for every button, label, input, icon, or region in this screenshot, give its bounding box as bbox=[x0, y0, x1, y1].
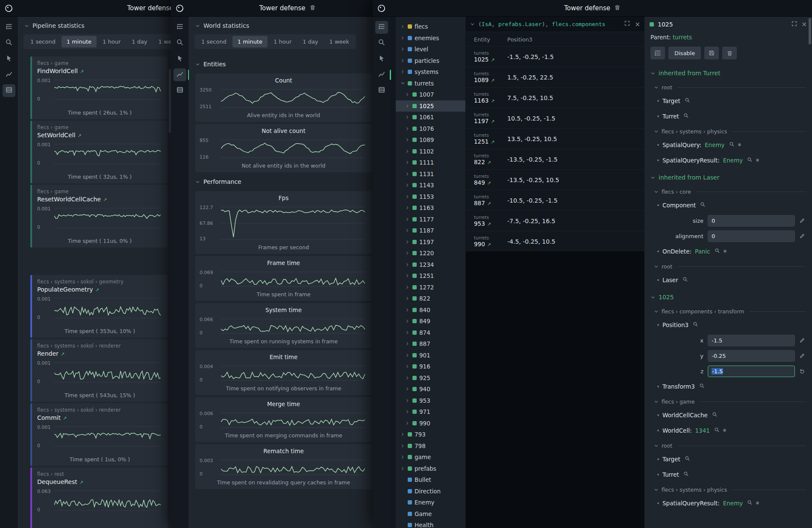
expand-icon[interactable] bbox=[405, 330, 410, 335]
tree-item-game[interactable]: game bbox=[396, 451, 465, 463]
expand-icon[interactable] bbox=[405, 398, 410, 403]
expand-icon[interactable] bbox=[405, 228, 410, 233]
magnifier-icon[interactable] bbox=[693, 322, 698, 328]
expand-icon[interactable] bbox=[405, 251, 410, 255]
value-input-y[interactable] bbox=[708, 350, 795, 362]
time-range-button[interactable]: 1 hour bbox=[97, 36, 126, 47]
tree-item-systems[interactable]: systems bbox=[396, 66, 465, 78]
system-link[interactable]: PopulateGeometry↗ bbox=[37, 286, 162, 293]
component-group-header[interactable]: flecs › game bbox=[644, 394, 812, 407]
tree-item-1143[interactable]: 1143 bbox=[396, 180, 465, 191]
tree-item-793[interactable]: 793 bbox=[396, 429, 465, 440]
expand-icon[interactable] bbox=[405, 308, 410, 312]
magnifier-icon[interactable] bbox=[700, 202, 706, 209]
tree-item-1025[interactable]: 1025 bbox=[396, 100, 465, 112]
system-link[interactable]: DequeueRest↗ bbox=[37, 478, 162, 485]
expand-icon[interactable] bbox=[405, 421, 410, 425]
magnifier-icon[interactable] bbox=[683, 113, 689, 120]
sidebar-select-entity-icon[interactable] bbox=[3, 53, 15, 65]
component-value-link[interactable]: Enemy bbox=[723, 500, 743, 507]
entity-link[interactable]: 953↗ bbox=[474, 220, 507, 227]
query-result-row[interactable]: turrets1163↗7.5, -0.25, 10.5 bbox=[466, 87, 644, 108]
component-item[interactable]: Transform3 bbox=[644, 379, 812, 394]
component-group-header[interactable]: root bbox=[644, 80, 812, 93]
panel-header[interactable]: World statistics bbox=[189, 17, 376, 33]
sidebar-search-icon[interactable] bbox=[375, 37, 388, 50]
tree-item-Health[interactable]: Health bbox=[396, 519, 465, 528]
magnifier-icon[interactable] bbox=[712, 412, 718, 419]
entity-link[interactable]: 1197↗ bbox=[474, 118, 507, 124]
time-range-button[interactable]: 1 hour bbox=[268, 36, 297, 47]
sidebar-search-icon[interactable] bbox=[3, 37, 15, 50]
scrollbar-thumb[interactable] bbox=[809, 18, 811, 44]
component-item[interactable]: Target bbox=[644, 451, 812, 467]
tree-item-1153[interactable]: 1153 bbox=[396, 191, 465, 203]
entity-link[interactable]: 1251↗ bbox=[474, 138, 507, 145]
expand-icon[interactable] bbox=[405, 127, 410, 131]
expand-icon[interactable] bbox=[400, 24, 405, 29]
tree-item-874[interactable]: 874 bbox=[396, 327, 465, 339]
expand-icon[interactable] bbox=[405, 376, 410, 380]
expand-icon[interactable] bbox=[791, 21, 797, 29]
sidebar-chart-view-icon[interactable] bbox=[375, 68, 388, 81]
collapse-icon[interactable] bbox=[400, 81, 405, 86]
value-input-x[interactable] bbox=[708, 335, 795, 346]
tree-item-turrets[interactable]: turrets bbox=[396, 78, 465, 89]
entity-link[interactable]: 1163↗ bbox=[474, 97, 507, 104]
tree-item-1272[interactable]: 1272 bbox=[396, 282, 465, 293]
expand-icon[interactable] bbox=[405, 104, 410, 108]
system-link[interactable]: Commit↗ bbox=[37, 414, 162, 421]
magnifier-icon[interactable] bbox=[729, 142, 735, 148]
tree-item-1102[interactable]: 1102 bbox=[396, 146, 465, 157]
expand-icon[interactable] bbox=[405, 92, 410, 97]
tree-item-925[interactable]: 925 bbox=[396, 372, 465, 384]
expand-icon[interactable] bbox=[405, 149, 410, 153]
expand-icon[interactable] bbox=[405, 285, 410, 289]
tree-item-1220[interactable]: 1220 bbox=[396, 248, 465, 259]
sidebar-statistics-view-icon[interactable] bbox=[375, 84, 388, 97]
query-input[interactable]: (IsA, prefabs.Laser), flecs.components bbox=[478, 21, 621, 27]
magnifier-icon[interactable] bbox=[747, 157, 753, 164]
expand-icon[interactable] bbox=[400, 59, 405, 63]
expand-icon[interactable] bbox=[400, 455, 405, 459]
tree-item-1076[interactable]: 1076 bbox=[396, 123, 465, 135]
tree-item-Bullet[interactable]: Bullet bbox=[396, 474, 465, 486]
component-value-link[interactable]: Enemy bbox=[705, 142, 725, 148]
edit-icon[interactable] bbox=[798, 233, 806, 239]
query-result-row[interactable]: turrets953↗-7.5, -0.25, 16.5 bbox=[466, 210, 644, 231]
time-range-button[interactable]: 1 day bbox=[297, 36, 323, 47]
sidebar-search-icon[interactable] bbox=[174, 37, 186, 50]
expand-icon[interactable] bbox=[400, 70, 405, 74]
expand-icon[interactable] bbox=[405, 319, 410, 323]
component-item[interactable]: Turret bbox=[644, 467, 812, 482]
magnifier-icon[interactable] bbox=[715, 248, 720, 255]
sidebar-chart-view-icon[interactable] bbox=[3, 68, 15, 81]
tree-item-1187[interactable]: 1187 bbox=[396, 225, 465, 236]
tree-item-enemies[interactable]: enemies bbox=[396, 32, 465, 44]
query-result-row[interactable]: turrets1089↗1.5, -0.25, 22.5 bbox=[466, 67, 644, 87]
tree-item-798[interactable]: 798 bbox=[396, 440, 465, 452]
panel-header[interactable]: Pipeline statistics bbox=[18, 17, 173, 33]
sidebar-tree-view-icon[interactable] bbox=[375, 21, 388, 34]
component-group-header[interactable]: root bbox=[644, 438, 812, 451]
tree-item-particles[interactable]: particles bbox=[396, 55, 465, 67]
trash-icon[interactable] bbox=[309, 4, 316, 12]
expand-icon[interactable] bbox=[405, 364, 410, 369]
tree-item-Enemy[interactable]: Enemy bbox=[396, 497, 465, 508]
query-result-row[interactable]: turrets990↗-4.5, -0.25, 10.5 bbox=[466, 231, 644, 251]
tree-item-1251[interactable]: 1251 bbox=[396, 270, 465, 282]
undo-icon[interactable] bbox=[798, 368, 806, 374]
expand-icon[interactable] bbox=[405, 195, 410, 199]
value-input-z[interactable]: -1.5 bbox=[708, 366, 795, 377]
expand-icon[interactable] bbox=[405, 240, 410, 244]
sidebar-select-entity-icon[interactable] bbox=[174, 53, 186, 65]
magnifier-icon[interactable] bbox=[685, 97, 690, 104]
expand-icon[interactable] bbox=[400, 466, 405, 471]
magnifier-icon[interactable] bbox=[747, 500, 753, 507]
component-item[interactable]: WorldCell:1341 bbox=[644, 423, 812, 438]
inspector-section-header[interactable]: inherited from Turret bbox=[644, 66, 812, 80]
expand-icon[interactable] bbox=[405, 172, 410, 176]
tree-item-1163[interactable]: 1163 bbox=[396, 202, 465, 214]
expand-icon[interactable] bbox=[400, 36, 405, 40]
query-result-row[interactable]: turrets887↗-10.5, -0.25, -1.5 bbox=[466, 190, 644, 210]
